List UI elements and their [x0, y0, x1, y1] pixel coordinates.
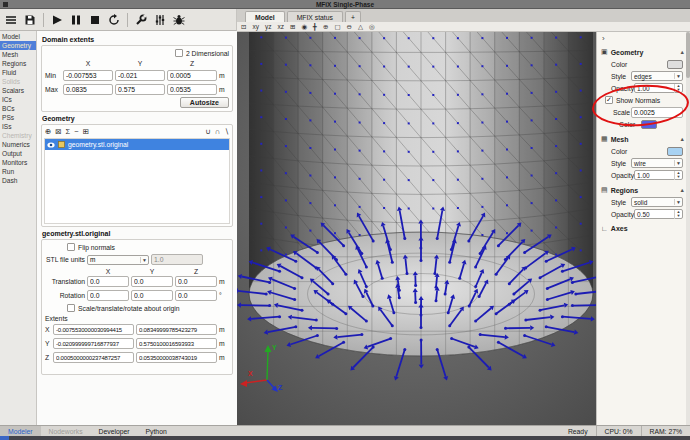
extents-zmax-field[interactable]: [136, 352, 217, 363]
menu-icon[interactable]: [5, 14, 17, 26]
ymax-field[interactable]: [115, 84, 165, 95]
view-xz-icon[interactable]: xz: [277, 22, 284, 31]
about-origin-checkbox[interactable]: Scale/translate/rotate about origin: [67, 304, 180, 312]
extents-xmin-field[interactable]: [53, 324, 134, 335]
view-xy-icon[interactable]: xy: [252, 22, 259, 31]
collapse-caret-icon[interactable]: ▲: [680, 136, 685, 142]
mode-tab-python[interactable]: Python: [138, 426, 175, 436]
rotation-x-field[interactable]: [87, 290, 129, 301]
checkbox-box[interactable]: [175, 49, 183, 57]
geometry-vis-header[interactable]: ▣ Geometry ▲: [597, 45, 690, 58]
sidebar-item-dash[interactable]: Dash: [0, 176, 36, 185]
translation-y-field[interactable]: [131, 276, 173, 287]
save-icon[interactable]: [24, 14, 36, 26]
normals-color-button[interactable]: [641, 120, 657, 129]
zmin-field[interactable]: [167, 70, 217, 81]
collapse-panel-icon[interactable]: ›: [597, 32, 690, 43]
xmin-field[interactable]: [63, 70, 113, 81]
extents-ymin-field[interactable]: [53, 338, 134, 349]
mesh-vis-header[interactable]: ▦ Mesh ▲: [597, 132, 690, 145]
settings-sliders-icon[interactable]: [154, 14, 166, 26]
screenshot-icon[interactable]: ◉: [301, 22, 307, 31]
sidebar-item-monitors[interactable]: Monitors: [0, 158, 36, 167]
sidebar-item-ics[interactable]: ICs: [0, 95, 36, 104]
stl-units-dropdown[interactable]: m ▼: [87, 255, 149, 265]
extents-xmax-field[interactable]: [136, 324, 217, 335]
stop-icon[interactable]: [89, 14, 101, 26]
add-cylinder-icon[interactable]: ⊖: [347, 22, 352, 31]
flip-normals-checkbox[interactable]: Flip normals: [67, 243, 115, 251]
rotate-icon[interactable]: ╋: [313, 22, 317, 31]
add-filter-icon[interactable]: ⊠: [55, 127, 61, 136]
translation-x-field[interactable]: [87, 276, 129, 287]
visibility-eye-icon[interactable]: [47, 142, 55, 148]
collapse-caret-icon[interactable]: ▲: [680, 187, 685, 193]
visibility-icon[interactable]: ⊕: [323, 22, 328, 31]
remove-geometry-icon[interactable]: −: [74, 127, 78, 136]
checkbox-box[interactable]: ✓: [605, 96, 613, 104]
panel-scrollbar[interactable]: [686, 32, 690, 425]
sidebar-item-regions[interactable]: Regions: [0, 59, 36, 68]
geometry-style-dropdown[interactable]: edges▼: [631, 71, 683, 81]
geometry-color-button[interactable]: [667, 60, 683, 69]
mode-tab-modeler[interactable]: Modeler: [0, 426, 41, 436]
viewport-3d[interactable]: XYZ: [237, 32, 596, 425]
ymin-field[interactable]: [115, 70, 165, 81]
spin-down-icon[interactable]: ▼: [675, 175, 682, 180]
spin-down-icon[interactable]: ▼: [675, 214, 682, 219]
rotation-z-field[interactable]: [175, 290, 217, 301]
wrench-icon[interactable]: [135, 14, 147, 26]
sidebar-item-fluid[interactable]: Fluid: [0, 68, 36, 77]
zmax-field[interactable]: [167, 84, 217, 95]
sidebar-item-geometry[interactable]: Geometry: [0, 41, 36, 50]
mesh-color-button[interactable]: [667, 147, 683, 156]
checkbox-box[interactable]: [67, 243, 75, 251]
checkbox-box[interactable]: [67, 304, 75, 312]
extents-zmin-field[interactable]: [53, 352, 134, 363]
tree-item-geometry-stl[interactable]: geometry.stl.original: [45, 139, 229, 150]
reset-icon[interactable]: [108, 14, 120, 26]
sidebar-item-scalars[interactable]: Scalars: [0, 86, 36, 95]
extents-ymax-field[interactable]: [136, 338, 217, 349]
tab-model[interactable]: Model: [245, 11, 285, 22]
sidebar-item-run[interactable]: Run: [0, 167, 36, 176]
normals-scale-field[interactable]: [631, 107, 683, 118]
sidebar-item-output[interactable]: Output: [0, 149, 36, 158]
bug-icon[interactable]: [173, 14, 185, 26]
mode-tab-developer[interactable]: Developer: [91, 426, 138, 436]
mesh-style-dropdown[interactable]: wire▼: [631, 158, 683, 168]
reset-view-icon[interactable]: ⊡: [241, 22, 246, 31]
sidebar-item-pss[interactable]: PSs: [0, 113, 36, 122]
geometry-opacity-spinner[interactable]: 1.00▲▼: [634, 83, 683, 93]
regions-opacity-spinner[interactable]: 0.50▲▼: [634, 209, 683, 219]
collapse-caret-icon[interactable]: ▲: [680, 49, 685, 55]
mesh-opacity-spinner[interactable]: 1.00▲▼: [634, 170, 683, 180]
add-sphere-icon[interactable]: ◎: [369, 22, 375, 31]
intersect-icon[interactable]: ∩: [215, 127, 220, 136]
wizard-icon[interactable]: Σ: [66, 127, 71, 136]
axes-vis-header[interactable]: ∟ Axes: [597, 222, 690, 234]
autosize-button[interactable]: Autosize: [180, 97, 229, 108]
add-cone-icon[interactable]: △: [358, 22, 363, 31]
add-geometry-icon[interactable]: ⊕: [45, 127, 51, 136]
difference-icon[interactable]: ∖: [224, 127, 229, 136]
translation-z-field[interactable]: [175, 276, 217, 287]
union-icon[interactable]: ∪: [205, 127, 211, 136]
add-box-icon[interactable]: ▢: [334, 22, 340, 31]
copy-geometry-icon[interactable]: ⊞: [83, 127, 89, 136]
sidebar-item-bcs[interactable]: BCs: [0, 104, 36, 113]
xmax-field[interactable]: [63, 84, 113, 95]
regions-style-dropdown[interactable]: solid▼: [631, 197, 683, 207]
two-dimensional-checkbox[interactable]: 2 Dimensional: [175, 49, 229, 57]
sidebar-item-iss[interactable]: ISs: [0, 122, 36, 131]
tab-add[interactable]: +: [345, 11, 361, 22]
regions-vis-header[interactable]: ▤ Regions ▲: [597, 183, 690, 196]
rotation-y-field[interactable]: [131, 290, 173, 301]
tab-mfix-status[interactable]: MFIX status: [287, 11, 343, 22]
pause-icon[interactable]: [70, 14, 82, 26]
perspective-icon[interactable]: ⊞: [290, 22, 295, 31]
view-yz-icon[interactable]: yz: [265, 22, 272, 31]
show-normals-checkbox[interactable]: ✓ Show Normals: [605, 96, 660, 104]
geometry-tree[interactable]: geometry.stl.original: [44, 138, 230, 224]
run-icon[interactable]: [51, 14, 63, 26]
